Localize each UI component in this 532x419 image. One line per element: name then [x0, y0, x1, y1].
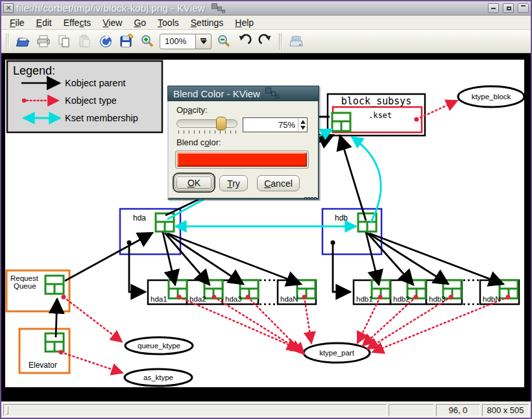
request-queue-label-line1: Request — [10, 274, 39, 282]
zoom-dropdown-button[interactable] — [196, 34, 212, 49]
menu-edit[interactable]: Edit — [30, 16, 58, 29]
legend-box: Legend: Kobject parent Kobject type Kset… — [7, 61, 162, 132]
menu-file[interactable]: File — [4, 16, 30, 29]
toolbar-grip[interactable] — [6, 33, 10, 50]
menu-go[interactable]: Go — [128, 16, 152, 29]
try-button[interactable]: Try — [219, 175, 248, 191]
image-canvas: Legend: Kobject parent Kobject type Kset… — [1, 53, 531, 401]
minimize-button[interactable] — [488, 3, 499, 13]
opacity-slider-handle[interactable] — [216, 117, 226, 130]
hda2-label: hda2 — [189, 295, 206, 303]
dialog-body: Opacity: 75% Blend color: OK Try Can — [167, 101, 319, 200]
blend-color-dialog: Blend Color - KView Opacity: 75% Blend c… — [167, 86, 319, 200]
hdb3-label: hdb3 — [429, 295, 446, 303]
dropdown-bar-icon — [200, 38, 206, 40]
opacity-slider-ticks — [178, 130, 237, 134]
hda3-label: hda3 — [225, 295, 242, 303]
request-queue-label-line2: Queue — [14, 282, 36, 290]
dialog-titlebar[interactable]: Blend Color - KView — [167, 86, 319, 101]
hdb1-label: hdb1 — [356, 295, 373, 303]
copy-button[interactable] — [54, 32, 74, 51]
save-icon — [119, 34, 134, 49]
titlebar-cascade-decoration — [212, 3, 225, 14]
menu-view[interactable]: View — [97, 16, 128, 29]
hdaN-label: hdaN — [280, 295, 298, 303]
rotate-cw-icon — [258, 34, 273, 49]
menu-settings[interactable]: Settings — [185, 16, 230, 29]
kset-label: .kset — [369, 111, 392, 120]
legend-item-kobject-parent: Kobject parent — [65, 78, 126, 88]
statusbar-empty-panel — [389, 404, 434, 416]
elevator-label: Elevator — [29, 361, 57, 370]
dialog-cascade-decoration — [265, 87, 279, 100]
hda-kobject-icon — [156, 213, 174, 232]
menubar: File Edit Effects View Go Tools Settings… — [1, 16, 531, 30]
zoom-in-icon — [139, 34, 155, 49]
statusbar-message-panel — [3, 404, 387, 416]
opacity-label: Opacity: — [176, 105, 208, 115]
save-button[interactable] — [117, 32, 136, 51]
opacity-value[interactable]: 75% — [243, 120, 298, 130]
legend-title: Legend: — [13, 64, 55, 77]
spin-up-icon[interactable] — [300, 120, 306, 124]
statusbar-grip — [6, 406, 8, 414]
hdb2-label: hdb2 — [393, 295, 410, 303]
scanner-icon — [289, 34, 304, 49]
ok-button[interactable]: OK — [175, 174, 213, 191]
reload-icon — [98, 34, 114, 49]
kview-window: ✕ file:/h/corbet/tmp/iv/block-kobj.png -… — [0, 0, 532, 419]
paste-button[interactable] — [75, 32, 95, 51]
opacity-spinbox[interactable]: 75% — [243, 117, 308, 132]
window-title: file:/h/corbet/tmp/iv/block-kobj.png - K… — [16, 3, 205, 14]
dialog-title: Blend Color - KView — [173, 88, 260, 99]
rotate-cw-button[interactable] — [256, 32, 275, 51]
printer-icon — [36, 34, 51, 49]
zoom-out-icon — [216, 34, 232, 49]
as-ktype-label: as_ktype — [143, 374, 173, 381]
legend-item-kobject-type: Kobject type — [65, 95, 117, 106]
blend-color-button[interactable] — [175, 150, 309, 169]
titlebar[interactable]: ✕ file:/h/corbet/tmp/iv/block-kobj.png -… — [1, 1, 531, 16]
zoom-out-button[interactable] — [214, 32, 234, 51]
menu-help[interactable]: Help — [229, 16, 260, 29]
cancel-button[interactable]: Cancel — [257, 175, 300, 191]
statusbar: 96, 0 800 x 505 — [1, 401, 531, 418]
zoom-combobox: 100% — [160, 34, 212, 49]
reload-button[interactable] — [96, 32, 115, 51]
close-button[interactable] — [518, 3, 529, 13]
open-file-button[interactable] — [13, 32, 32, 51]
copy-icon — [56, 34, 72, 49]
legend-item-kset-membership: Kset membership — [65, 113, 138, 123]
hda1-label: hda1 — [151, 295, 167, 303]
paste-icon — [77, 34, 93, 49]
toolbar: 100% — [1, 30, 531, 53]
menu-tools[interactable]: Tools — [152, 16, 185, 29]
scan-button[interactable] — [287, 32, 306, 51]
block-subsys-kobject-icon — [332, 113, 350, 131]
blend-color-swatch — [177, 152, 307, 167]
hdb-label: hdb — [335, 213, 348, 222]
block-subsys-label: block_subsys — [341, 95, 411, 107]
rotate-ccw-button[interactable] — [235, 32, 254, 51]
window-menu-icon[interactable]: ✕ — [3, 3, 14, 13]
hdbN-label: hdbN — [483, 295, 501, 303]
print-button[interactable] — [34, 32, 53, 51]
statusbar-cursor-position: 96, 0 — [436, 404, 480, 416]
statusbar-image-size: 800 x 505 — [482, 404, 529, 416]
open-folder-icon — [15, 34, 30, 49]
zoom-in-button[interactable] — [138, 32, 157, 51]
maximize-button[interactable] — [503, 3, 514, 13]
ktype-part-label: ktype_part — [319, 349, 355, 357]
opacity-slider[interactable] — [176, 119, 237, 128]
dialog-resize-grip[interactable] — [304, 197, 317, 200]
toolbar-separator — [279, 33, 283, 50]
ktype-block-label: ktype_block — [472, 93, 511, 101]
rotate-ccw-icon — [237, 34, 252, 49]
menu-effects[interactable]: Effects — [58, 16, 97, 29]
zoom-level-value[interactable]: 100% — [160, 34, 196, 49]
dropdown-arrow-icon — [200, 40, 207, 44]
blend-color-label: Blend color: — [176, 138, 221, 147]
elevator-kobject-icon — [45, 333, 64, 352]
queue-ktype-label: queue_ktype — [138, 342, 180, 350]
spin-down-icon[interactable] — [300, 126, 306, 130]
